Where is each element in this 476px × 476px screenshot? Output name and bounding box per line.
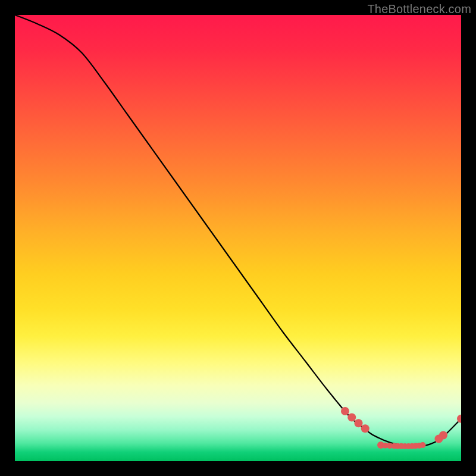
data-marker — [341, 407, 349, 415]
attribution-text: TheBottleneck.com — [367, 2, 471, 16]
plot-area — [15, 15, 461, 461]
data-marker — [361, 424, 369, 433]
marker-group — [341, 407, 461, 449]
curve-line — [15, 15, 461, 446]
data-marker — [355, 419, 363, 427]
data-marker — [420, 442, 426, 448]
data-marker — [347, 414, 356, 422]
chart-svg — [15, 15, 461, 461]
data-marker — [439, 431, 447, 440]
chart-container: TheBottleneck.com — [0, 0, 476, 476]
